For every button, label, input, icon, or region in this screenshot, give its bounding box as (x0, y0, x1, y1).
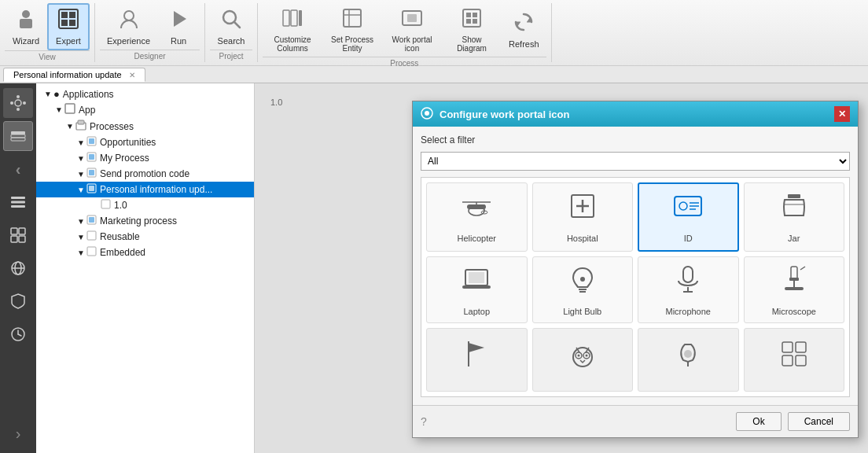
sidebar-icon-shield[interactable] (3, 286, 33, 316)
experience-button[interactable]: Experience (100, 4, 157, 50)
work-portal-icon-button[interactable]: Work portal icon (382, 3, 442, 57)
tree-label: Processes (90, 121, 134, 132)
left-sidebar: ‹ › (0, 83, 36, 453)
svg-rect-21 (473, 13, 477, 17)
svg-rect-95 (462, 285, 491, 289)
sidebar-icon-grid[interactable] (3, 220, 33, 250)
svg-rect-11 (283, 10, 289, 26)
toolbar-group-view: Wizard Expert View (0, 3, 95, 62)
svg-rect-60 (87, 247, 96, 256)
svg-rect-1 (20, 19, 32, 28)
icon-cell-laptop[interactable]: Laptop (426, 256, 528, 324)
experience-icon (118, 8, 140, 33)
svg-rect-23 (473, 19, 477, 24)
processes-icon (75, 120, 86, 133)
show-diagram-label: Show Diagram (449, 35, 495, 53)
svg-rect-51 (89, 154, 94, 160)
refresh-icon (513, 11, 535, 36)
expert-label: Expert (56, 36, 81, 46)
wizard-button[interactable]: Wizard (5, 4, 47, 50)
dialog-body: Select a filter All Office Technology Na… (413, 127, 858, 405)
svg-rect-47 (78, 120, 84, 124)
tree-label: Embedded (100, 247, 145, 258)
tree-item-node-1[interactable]: 1.0 (36, 197, 254, 213)
tree-item-marketing[interactable]: ▼ Marketing process (36, 213, 254, 229)
light-bulb-icon (567, 263, 598, 302)
sidebar-icon-collapse[interactable]: ‹ (3, 154, 33, 184)
search-icon (220, 8, 242, 33)
wizard-label: Wizard (13, 36, 39, 46)
icon-cell-microscope[interactable]: Microscope (744, 256, 845, 324)
tree-item-embedded[interactable]: ▼ Embedded (36, 245, 254, 260)
icon-cell-lamp[interactable] (638, 328, 739, 392)
expand-icon: ▼ (75, 233, 86, 241)
sidebar-icon-list[interactable] (3, 187, 33, 217)
sidebar-icon-expand[interactable]: › (3, 418, 33, 448)
svg-point-111 (577, 355, 579, 357)
svg-rect-45 (65, 104, 75, 113)
icon-cell-microphone[interactable]: Microphone (638, 256, 739, 324)
sidebar-icon-apps[interactable] (3, 88, 33, 118)
process-icon (86, 152, 97, 164)
search-button[interactable]: Search (210, 4, 252, 50)
sidebar-icon-clock[interactable] (3, 319, 33, 349)
set-process-entity-button[interactable]: Set Process Entity (322, 3, 382, 57)
tree-item-my-process[interactable]: ▼ My Process (36, 150, 254, 166)
toolbar: Wizard Expert View Experience (0, 0, 868, 66)
customize-columns-button[interactable]: Customize Columns (263, 3, 322, 57)
customize-columns-icon (281, 7, 303, 32)
process-icon (86, 215, 97, 227)
tab-personal-info[interactable]: Personal information update ✕ (3, 68, 145, 82)
icon-cell-flag[interactable] (426, 328, 528, 392)
svg-rect-22 (466, 19, 471, 24)
refresh-button[interactable]: Refresh (502, 7, 546, 53)
run-button[interactable]: Run (157, 4, 200, 50)
icon-cell-helicopter[interactable]: Helicopter (426, 182, 528, 252)
main-area: ‹ › ▼ ● Applications ▼ (0, 83, 868, 453)
filter-select[interactable]: All Office Technology Nature (421, 152, 850, 171)
show-diagram-button[interactable]: Show Diagram (442, 3, 502, 57)
icon-cell-grid[interactable] (744, 328, 845, 392)
icon-cell-jar[interactable]: Jar (744, 182, 845, 252)
tree-panel: ▼ ● Applications ▼ App ▼ Processes ▼ O (36, 83, 255, 453)
process-icon (86, 136, 97, 149)
tree-item-reusable[interactable]: ▼ Reusable (36, 229, 254, 245)
icon-cell-id[interactable]: ID (638, 182, 739, 252)
icon-cell-hospital[interactable]: Hospital (532, 182, 634, 252)
view-group-label: View (5, 50, 90, 63)
svg-point-28 (23, 101, 26, 105)
ok-button[interactable]: Ok (736, 412, 781, 431)
sidebar-icon-layers[interactable] (3, 121, 33, 151)
flag-icon (461, 338, 492, 377)
id-icon (672, 190, 704, 229)
tree-item-opportunities[interactable]: ▼ Opportunities (36, 134, 254, 150)
expert-button[interactable]: Expert (47, 3, 90, 50)
svg-rect-19 (463, 9, 480, 27)
set-process-entity-icon (341, 7, 363, 32)
tab-close-button[interactable]: ✕ (129, 71, 135, 79)
icon-cell-owl[interactable] (532, 328, 634, 392)
sidebar-icon-globe[interactable] (3, 253, 33, 283)
wizard-icon (15, 8, 37, 33)
icon-cell-light-bulb[interactable]: Light Bulb (532, 256, 634, 324)
microscope-label: Microscope (772, 307, 816, 316)
svg-point-112 (585, 355, 587, 357)
configure-icon-dialog: Configure work portal icon ✕ Select a fi… (412, 101, 859, 438)
tree-item-send-promotion[interactable]: ▼ Send promotion code (36, 166, 254, 182)
help-icon[interactable]: ? (421, 415, 427, 428)
dialog-title-icon (421, 107, 433, 122)
tree-item-personal-info[interactable]: ▼ Personal information upd... (36, 182, 254, 197)
tree-item-app[interactable]: ▼ App (36, 101, 254, 118)
id-label: ID (684, 234, 693, 243)
toolbar-group-designer: Experience Run Designer (95, 3, 205, 62)
tree-label: Opportunities (100, 137, 156, 148)
cancel-button[interactable]: Cancel (788, 412, 850, 431)
tree-item-processes[interactable]: ▼ Processes (36, 118, 254, 134)
svg-rect-30 (11, 134, 25, 138)
dialog-close-button[interactable]: ✕ (834, 106, 850, 122)
dialog-title: Configure work portal icon (440, 109, 569, 120)
tree-item-applications[interactable]: ▼ ● Applications (36, 87, 254, 101)
designer-group-label: Designer (100, 50, 200, 62)
microphone-label: Microphone (666, 307, 711, 316)
svg-rect-18 (407, 14, 417, 22)
